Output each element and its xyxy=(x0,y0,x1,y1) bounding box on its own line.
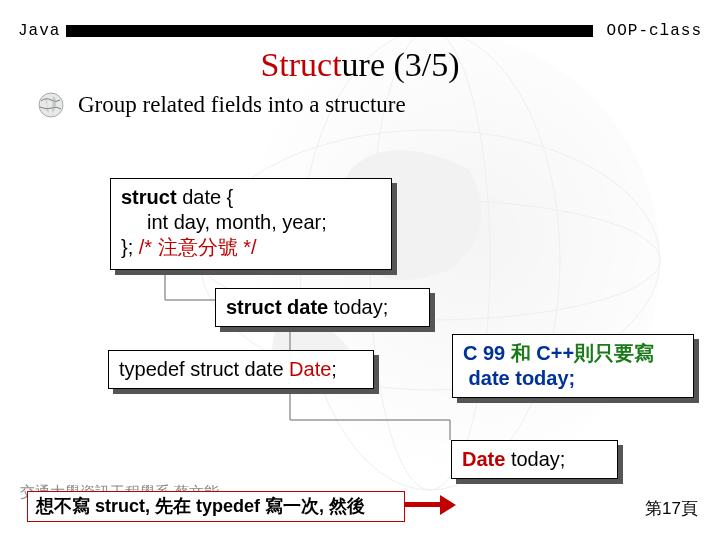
header-right-label: OOP-class xyxy=(607,22,702,40)
bullet-item: Group related fields into a structure xyxy=(38,92,682,118)
slide-title: Structure (3/5) xyxy=(0,46,720,84)
header-divider-bar xyxy=(66,25,592,37)
note-box-typedef-hint: 想不寫 struct, 先在 typedef 寫一次, 然後 xyxy=(27,491,405,522)
red-arrow-head-icon xyxy=(440,495,456,515)
globe-bullet-icon xyxy=(38,92,64,118)
code-box-struct-var: struct date today; xyxy=(215,288,430,327)
code-box-date-today: Date today; xyxy=(451,440,618,479)
header-left-label: Java xyxy=(18,22,60,40)
code-box-struct-decl: struct date { int day, month, year; }; /… xyxy=(110,178,392,270)
code-box-typedef: typedef struct date Date; xyxy=(108,350,374,389)
bullet-text: Group related fields into a structure xyxy=(78,92,406,118)
footer-page-number: 第17頁 xyxy=(645,497,698,520)
slide-header: Java OOP-class Structure (3/5) xyxy=(0,0,720,84)
svg-point-5 xyxy=(39,93,63,117)
note-box-c99-cpp: C 99 和 C++則只要寫 date today; xyxy=(452,334,694,398)
